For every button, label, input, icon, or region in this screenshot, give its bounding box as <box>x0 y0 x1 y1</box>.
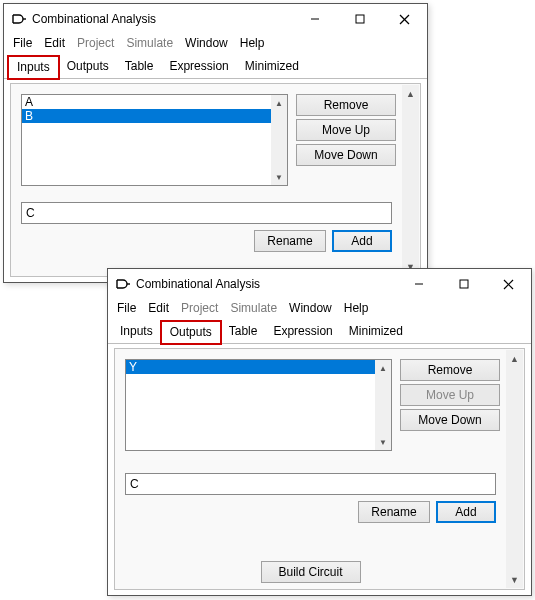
rename-button[interactable]: Rename <box>254 230 326 252</box>
panel-scrollbar[interactable]: ▲ ▼ <box>506 350 523 588</box>
window-title: Combinational Analysis <box>28 12 292 26</box>
scroll-up-icon[interactable]: ▲ <box>271 95 287 111</box>
window-inputs: Combinational Analysis File Edit Project… <box>3 3 428 283</box>
content: Y ▲ ▼ Remove Move Up Move Down Rename <box>119 353 502 585</box>
menu-help[interactable]: Help <box>235 35 270 51</box>
moveup-button[interactable]: Move Up <box>296 119 396 141</box>
menubar: File Edit Project Simulate Window Help <box>108 299 531 319</box>
name-input[interactable] <box>21 202 392 224</box>
menu-project[interactable]: Project <box>72 35 119 51</box>
moveup-button[interactable]: Move Up <box>400 384 500 406</box>
action-row: Rename Add <box>358 501 496 525</box>
footer: Build Circuit <box>119 561 502 583</box>
menu-file[interactable]: File <box>8 35 37 51</box>
system-buttons <box>292 5 427 33</box>
movedown-button[interactable]: Move Down <box>400 409 500 431</box>
scroll-down-icon[interactable]: ▼ <box>375 434 391 450</box>
scroll-up-icon[interactable]: ▲ <box>506 350 523 367</box>
tab-minimized[interactable]: Minimized <box>341 321 411 344</box>
menu-edit[interactable]: Edit <box>39 35 70 51</box>
outputs-listbox[interactable]: Y ▲ ▼ <box>125 359 392 451</box>
name-input[interactable] <box>125 473 496 495</box>
tabbar: Inputs Outputs Table Expression Minimize… <box>4 55 427 79</box>
menu-project[interactable]: Project <box>176 300 223 316</box>
tab-inputs[interactable]: Inputs <box>112 321 161 344</box>
action-row: Rename Add <box>254 230 392 254</box>
menubar: File Edit Project Simulate Window Help <box>4 34 427 54</box>
menu-file[interactable]: File <box>112 300 141 316</box>
svg-rect-7 <box>460 280 468 288</box>
list-item[interactable]: A <box>22 95 271 109</box>
rename-button[interactable]: Rename <box>358 501 430 523</box>
build-circuit-button[interactable]: Build Circuit <box>261 561 361 583</box>
tabbar: Inputs Outputs Table Expression Minimize… <box>108 320 531 344</box>
window-outputs: Combinational Analysis File Edit Project… <box>107 268 532 596</box>
remove-button[interactable]: Remove <box>296 94 396 116</box>
side-buttons: Remove Move Up Move Down <box>400 359 500 431</box>
movedown-button[interactable]: Move Down <box>296 144 396 166</box>
titlebar[interactable]: Combinational Analysis <box>4 4 427 34</box>
menu-window[interactable]: Window <box>180 35 233 51</box>
menu-simulate[interactable]: Simulate <box>121 35 178 51</box>
list-scrollbar[interactable]: ▲ ▼ <box>271 95 287 185</box>
name-input-row <box>21 202 392 224</box>
window-title: Combinational Analysis <box>132 277 396 291</box>
list-item[interactable]: Y <box>126 360 375 374</box>
system-buttons <box>396 270 531 298</box>
maximize-button[interactable] <box>441 270 486 298</box>
inputs-listbox[interactable]: A B ▲ ▼ <box>21 94 288 186</box>
scroll-down-icon[interactable]: ▼ <box>506 571 523 588</box>
add-button[interactable]: Add <box>332 230 392 252</box>
panel: ▲ ▼ A B ▲ ▼ Remove Move Up Mo <box>10 83 421 277</box>
minimize-button[interactable] <box>292 5 337 33</box>
list-item[interactable]: B <box>22 109 271 123</box>
tab-table[interactable]: Table <box>117 56 162 79</box>
side-buttons: Remove Move Up Move Down <box>296 94 396 166</box>
list-scrollbar[interactable]: ▲ ▼ <box>375 360 391 450</box>
tab-expression[interactable]: Expression <box>265 321 340 344</box>
client-area: ▲ ▼ A B ▲ ▼ Remove Move Up Mo <box>4 79 427 281</box>
tab-outputs[interactable]: Outputs <box>59 56 117 79</box>
scroll-up-icon[interactable]: ▲ <box>375 360 391 376</box>
name-input-row <box>125 473 496 495</box>
content: A B ▲ ▼ Remove Move Up Move Down <box>15 88 398 272</box>
menu-simulate[interactable]: Simulate <box>225 300 282 316</box>
tab-expression[interactable]: Expression <box>161 56 236 79</box>
minimize-button[interactable] <box>396 270 441 298</box>
panel: ▲ ▼ Y ▲ ▼ Remove Move Up Move Down <box>114 348 525 590</box>
tab-inputs[interactable]: Inputs <box>8 56 59 79</box>
app-logo-icon <box>114 275 132 293</box>
maximize-button[interactable] <box>337 5 382 33</box>
client-area: ▲ ▼ Y ▲ ▼ Remove Move Up Move Down <box>108 344 531 594</box>
close-button[interactable] <box>486 270 531 298</box>
svg-rect-2 <box>356 15 364 23</box>
remove-button[interactable]: Remove <box>400 359 500 381</box>
menu-edit[interactable]: Edit <box>143 300 174 316</box>
add-button[interactable]: Add <box>436 501 496 523</box>
close-button[interactable] <box>382 5 427 33</box>
scroll-down-icon[interactable]: ▼ <box>271 169 287 185</box>
panel-scrollbar[interactable]: ▲ ▼ <box>402 85 419 275</box>
titlebar[interactable]: Combinational Analysis <box>108 269 531 299</box>
menu-window[interactable]: Window <box>284 300 337 316</box>
app-logo-icon <box>10 10 28 28</box>
scroll-up-icon[interactable]: ▲ <box>402 85 419 102</box>
tab-outputs[interactable]: Outputs <box>161 321 221 344</box>
tab-minimized[interactable]: Minimized <box>237 56 307 79</box>
menu-help[interactable]: Help <box>339 300 374 316</box>
tab-table[interactable]: Table <box>221 321 266 344</box>
